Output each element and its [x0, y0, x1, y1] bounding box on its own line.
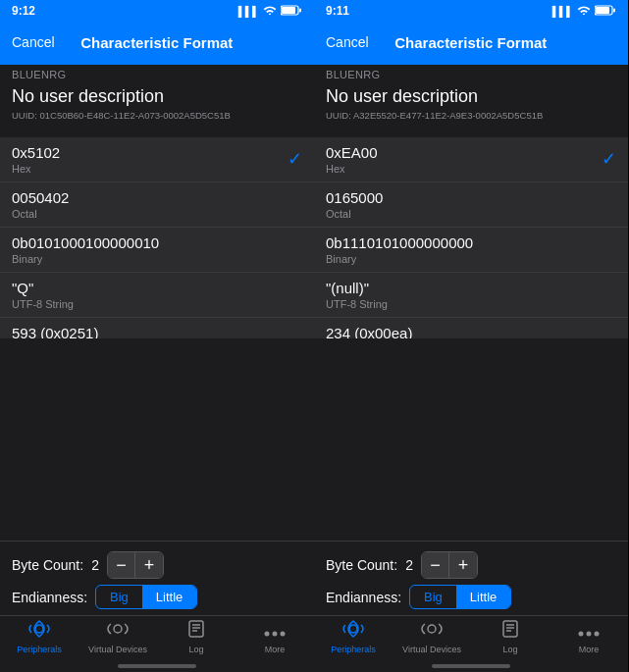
svg-rect-13 [596, 7, 609, 14]
table-row[interactable]: "(null)" UTF-8 String [314, 273, 628, 318]
nav-bar-left: Cancel Characteristic Format [0, 22, 314, 65]
checkmark-right: ✓ [602, 148, 616, 170]
unsigned-value-left: 593 (0x0251) [12, 325, 169, 339]
home-bar-right [432, 664, 510, 668]
cancel-button-left[interactable]: Cancel [12, 34, 55, 50]
tab-peripherals-label-right: Peripherals [331, 645, 376, 654]
byte-stepper-right: − + [421, 551, 478, 579]
tab-bar-left: Peripherals Virtual Devices [0, 615, 314, 662]
octal-value-left: 0050402 [12, 189, 69, 207]
octal-value-right: 0165000 [326, 189, 383, 207]
svg-point-21 [579, 632, 584, 637]
bottom-controls-right: Byte Count: 2 − + Endianness: Big Little [314, 541, 628, 615]
svg-point-22 [587, 632, 592, 637]
big-endian-button-left[interactable]: Big [96, 586, 142, 608]
decrement-button-left[interactable]: − [108, 552, 135, 578]
status-icons-right: ▌▌▌ [552, 5, 616, 18]
home-bar-left [118, 664, 196, 668]
increment-button-right[interactable]: + [449, 552, 477, 578]
status-time-left: 9:12 [12, 4, 35, 18]
table-row[interactable]: 0b1110101000000000 Binary [314, 228, 628, 273]
table-row[interactable]: 0b0101000100000010 Binary [0, 228, 314, 273]
tab-more-label-left: More [265, 645, 286, 654]
decrement-button-right[interactable]: − [422, 552, 449, 578]
little-endian-button-right[interactable]: Little [456, 586, 510, 608]
svg-point-16 [428, 625, 436, 633]
status-bar-right: 9:11 ▌▌▌ [314, 0, 628, 22]
wifi-icon-right [577, 5, 591, 17]
description-uuid-right: UUID: A32E5520-E477-11E2-A9E3-0002A5D5C5… [326, 110, 616, 122]
tab-peripherals-right[interactable]: Peripherals [314, 620, 393, 654]
binary-value-left: 0b0101000100000010 [12, 234, 159, 252]
description-area-left: No user description UUID: 01C50B60-E48C-… [0, 82, 314, 129]
tab-log-label-left: Log [188, 645, 203, 654]
svg-point-11 [281, 632, 286, 637]
svg-point-4 [114, 625, 122, 633]
checkmark-left: ✓ [288, 148, 302, 170]
wifi-icon-left [263, 5, 277, 17]
table-row[interactable]: 234 (0x00ea) 2 Byte Unsigned Int Little … [314, 318, 628, 339]
endian-toggle-left: Big Little [95, 585, 197, 609]
hex-value-left: 0x5102 [12, 144, 60, 162]
table-row[interactable]: 0xEA00 Hex ✓ [314, 137, 628, 182]
byte-count-row-left: Byte Count: 2 − + [12, 551, 302, 579]
table-row[interactable]: 0050402 Octal [0, 182, 314, 228]
more-icon-right [578, 620, 600, 643]
description-title-right: No user description [326, 86, 616, 108]
hex-label-right: Hex [326, 163, 378, 175]
tab-bar-right: Peripherals Virtual Devices [314, 615, 628, 662]
octal-label-left: Octal [12, 208, 69, 220]
big-endian-button-right[interactable]: Big [410, 586, 456, 608]
endianness-row-left: Endianness: Big Little [12, 585, 302, 609]
binary-label-left: Binary [12, 253, 159, 265]
phone-panel-right: 9:11 ▌▌▌ Cancel Characteristic Format Bl… [314, 0, 628, 672]
nav-title-left: Characteristic Format [55, 34, 259, 51]
utf8-value-right: "(null)" [326, 280, 388, 297]
byte-stepper-left: − + [107, 551, 164, 579]
svg-point-3 [35, 625, 43, 633]
service-label-right: BlueNRG [314, 65, 628, 82]
signal-icon-right: ▌▌▌ [552, 6, 573, 17]
tab-log-left[interactable]: Log [157, 620, 236, 654]
utf8-label-right: UTF-8 String [326, 298, 388, 310]
more-icon-left [264, 620, 286, 643]
bottom-controls-left: Byte Count: 2 − + Endianness: Big Little [0, 541, 314, 615]
cancel-button-right[interactable]: Cancel [326, 34, 369, 50]
phone-panel-left: 9:12 ▌▌▌ Cancel Characteristic Format Bl… [0, 0, 314, 672]
svg-point-23 [595, 632, 600, 637]
description-uuid-left: UUID: 01C50B60-E48C-11E2-A073-0002A5D5C5… [12, 110, 302, 122]
binary-value-right: 0b1110101000000000 [326, 234, 473, 252]
utf8-value-left: "Q" [12, 280, 74, 297]
little-endian-button-left[interactable]: Little [142, 586, 196, 608]
unsigned-value-right: 234 (0x00ea) [326, 325, 483, 339]
svg-point-9 [265, 632, 270, 637]
battery-icon-right [595, 5, 616, 18]
home-indicator-right [314, 662, 628, 672]
tab-log-label-right: Log [502, 645, 517, 654]
svg-rect-17 [503, 621, 517, 637]
virtual-devices-icon-right [421, 620, 443, 643]
log-icon-right [501, 620, 519, 643]
tab-virtual-right[interactable]: Virtual Devices [393, 620, 471, 654]
byte-count-label-left: Byte Count: [12, 557, 83, 573]
increment-button-left[interactable]: + [135, 552, 163, 578]
nav-title-right: Characteristic Format [369, 34, 573, 51]
tab-peripherals-label-left: Peripherals [17, 645, 62, 654]
status-time-right: 9:11 [326, 4, 349, 18]
svg-rect-14 [613, 8, 615, 12]
svg-rect-2 [299, 8, 301, 12]
signal-icon-left: ▌▌▌ [238, 6, 259, 17]
table-row[interactable]: "Q" UTF-8 String [0, 273, 314, 318]
tab-log-right[interactable]: Log [471, 620, 550, 654]
tab-virtual-left[interactable]: Virtual Devices [79, 620, 157, 654]
tab-peripherals-left[interactable]: Peripherals [0, 620, 79, 654]
endianness-label-right: Endianness: [326, 590, 401, 605]
svg-point-15 [349, 625, 357, 633]
hex-value-right: 0xEA00 [326, 144, 378, 162]
table-row[interactable]: 0165000 Octal [314, 182, 628, 228]
tab-more-left[interactable]: More [236, 620, 314, 654]
table-row[interactable]: 0x5102 Hex ✓ [0, 137, 314, 182]
nav-bar-right: Cancel Characteristic Format [314, 22, 628, 65]
table-row[interactable]: 593 (0x0251) 2 Byte Unsigned Int Little … [0, 318, 314, 339]
tab-more-right[interactable]: More [550, 620, 628, 654]
